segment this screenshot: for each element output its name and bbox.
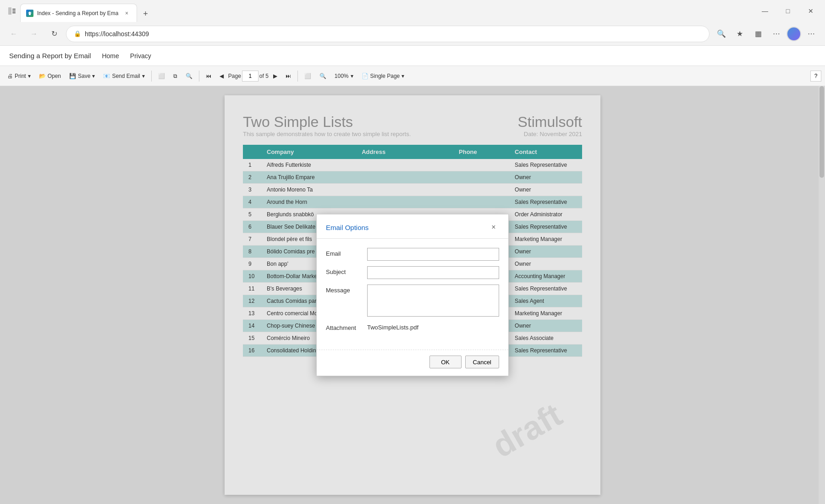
title-bar: Index - Sending a Report by Ema × + — □ … [0, 0, 825, 22]
save-dropdown-icon: ▾ [92, 73, 95, 79]
window-controls: — □ ✕ [754, 3, 821, 19]
active-tab[interactable]: Index - Sending a Report by Ema × [20, 4, 137, 22]
modal-backdrop: Email Options × Email Subject Message [0, 86, 825, 504]
message-row: Message [326, 285, 499, 317]
view-mode-button[interactable]: 📄 Single Page ▾ [358, 69, 408, 83]
svg-rect-0 [8, 7, 11, 15]
forward-button[interactable]: → [26, 26, 42, 42]
collections-icon[interactable]: ▦ [750, 26, 766, 42]
browser-window: Index - Sending a Report by Ema × + — □ … [0, 0, 825, 504]
attachment-value: TwoSimpleLists.pdf [367, 322, 499, 331]
last-page-button[interactable]: ⏭ [282, 69, 295, 83]
tab-favicon [26, 10, 33, 17]
tab-strip: Index - Sending a Report by Ema × + [20, 0, 754, 22]
send-email-label: Send Email [112, 73, 140, 79]
settings-icon[interactable]: ⋯ [803, 26, 820, 42]
find-icon[interactable]: 🔍 [182, 69, 196, 83]
url-text: https://localhost:44309 [85, 30, 702, 38]
prev-page-button[interactable]: ◀ [216, 69, 227, 83]
email-options-dialog: Email Options × Email Subject Message [316, 214, 509, 376]
email-icon: 📧 [103, 73, 110, 79]
close-button[interactable]: ✕ [800, 3, 821, 19]
svg-rect-1 [12, 9, 16, 10]
sidebar-toggle-icon[interactable] [4, 3, 20, 19]
page-icon: 📄 [362, 73, 368, 79]
page-input[interactable] [242, 71, 258, 82]
more-tools-icon[interactable]: ⋯ [768, 26, 785, 42]
message-textarea[interactable] [367, 285, 499, 317]
back-button[interactable]: ← [6, 26, 22, 42]
printer-icon: 🖨 [7, 73, 13, 79]
url-bar[interactable]: 🔒 https://localhost:44309 [66, 26, 710, 42]
separator-2 [199, 71, 199, 82]
save-label: Save [78, 73, 90, 79]
send-email-button[interactable]: 📧 Send Email ▾ [99, 69, 148, 83]
attachment-row: Attachment TwoSimpleLists.pdf [326, 322, 499, 331]
nav-privacy[interactable]: Privacy [130, 52, 151, 60]
favorites-icon[interactable]: ★ [732, 26, 748, 42]
refresh-button[interactable]: ↻ [46, 26, 62, 42]
ok-button[interactable]: OK [429, 356, 462, 368]
page-label: Page [228, 73, 241, 79]
dialog-footer: OK Cancel [317, 356, 508, 376]
report-toolbar: 🖨 Print ▾ 📂 Open 💾 Save ▾ 📧 Send Email ▾… [0, 66, 825, 86]
email-dropdown-icon: ▾ [142, 73, 145, 79]
subject-label: Subject [326, 266, 367, 275]
email-label: Email [326, 248, 367, 257]
dialog-header: Email Options × [317, 214, 508, 239]
lock-icon: 🔒 [74, 30, 81, 37]
first-page-button[interactable]: ⏮ [202, 69, 215, 83]
svg-rect-2 [12, 11, 16, 11]
print-dropdown-icon: ▾ [28, 73, 31, 79]
dialog-title: Email Options [326, 224, 368, 231]
save-button[interactable]: 💾 Save ▾ [66, 69, 99, 83]
tab-close-button[interactable]: × [122, 9, 131, 18]
nav-home[interactable]: Home [102, 52, 119, 60]
open-label: Open [48, 73, 61, 79]
single-page-icon[interactable]: ⬜ [301, 69, 315, 83]
print-button[interactable]: 🖨 Print ▾ [4, 69, 34, 83]
next-page-button[interactable]: ▶ [270, 69, 281, 83]
page-of: of 5 [259, 73, 269, 79]
profile-avatar[interactable] [786, 27, 801, 41]
address-actions: 🔍 ★ ▦ ⋯ ⋯ [713, 26, 820, 42]
restore-button[interactable]: □ [777, 3, 798, 19]
cancel-button[interactable]: Cancel [465, 356, 499, 368]
page-layout-icon[interactable]: ⬜ [154, 69, 169, 83]
separator-3 [297, 71, 298, 82]
zoom-level[interactable]: 100% ▾ [331, 69, 357, 83]
zoom-icon[interactable]: 🔍 [316, 69, 330, 83]
content-area: Two Simple Lists This sample demonstrate… [0, 86, 825, 504]
copy-icon[interactable]: ⧉ [170, 69, 181, 83]
zoom-dropdown-icon: ▾ [351, 73, 353, 79]
subject-input[interactable] [367, 266, 499, 279]
minimize-button[interactable]: — [754, 3, 776, 19]
open-button[interactable]: 📂 Open [35, 69, 65, 83]
message-label: Message [326, 285, 367, 294]
attachment-label: Attachment [326, 322, 367, 331]
dialog-close-button[interactable]: × [488, 222, 499, 233]
email-row: Email [326, 248, 499, 261]
search-icon[interactable]: 🔍 [713, 26, 730, 42]
email-input[interactable] [367, 248, 499, 261]
folder-icon: 📂 [39, 73, 46, 79]
separator-1 [151, 71, 152, 82]
address-bar: ← → ↻ 🔒 https://localhost:44309 🔍 ★ ▦ ⋯ … [0, 22, 825, 46]
dialog-body: Email Subject Message Attachment TwoSimp… [317, 239, 508, 346]
subject-row: Subject [326, 266, 499, 279]
svg-rect-3 [12, 12, 16, 13]
save-icon: 💾 [69, 73, 76, 79]
print-label: Print [15, 73, 26, 79]
dialog-separator [317, 350, 508, 350]
view-label: Single Page [370, 73, 400, 79]
app-nav: Sending a Report by Email Home Privacy [0, 46, 825, 66]
tab-title: Index - Sending a Report by Ema [37, 10, 118, 16]
help-button[interactable]: ? [810, 71, 821, 82]
zoom-label: 100% [335, 73, 349, 79]
app-title: Sending a Report by Email [9, 52, 91, 60]
new-tab-button[interactable]: + [137, 5, 154, 22]
view-dropdown-icon: ▾ [402, 73, 404, 79]
